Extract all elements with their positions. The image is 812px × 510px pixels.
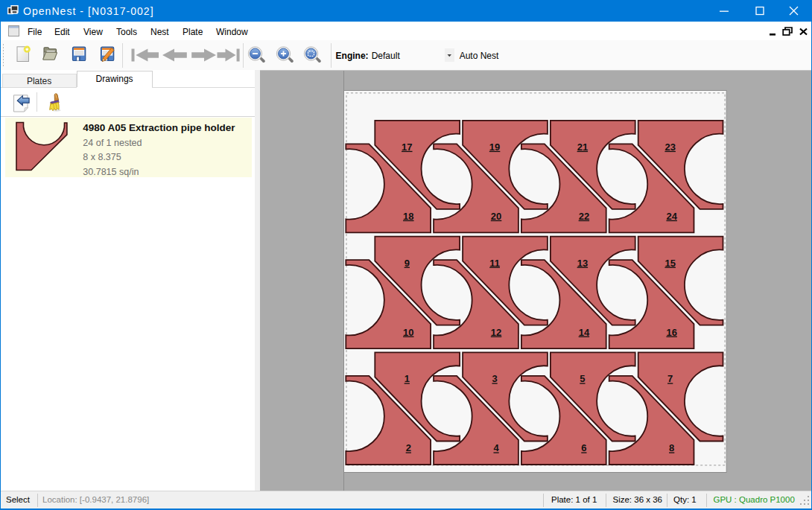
svg-text:7: 7 — [667, 373, 673, 384]
svg-text:3: 3 — [492, 373, 498, 384]
svg-text:11: 11 — [490, 257, 501, 268]
svg-text:15: 15 — [665, 257, 676, 268]
svg-text:24: 24 — [667, 210, 678, 221]
svg-text:6: 6 — [582, 442, 587, 453]
svg-text:23: 23 — [665, 141, 676, 152]
svg-text:1: 1 — [405, 373, 410, 384]
svg-text:17: 17 — [402, 141, 412, 152]
svg-text:13: 13 — [577, 257, 588, 268]
svg-text:19: 19 — [489, 141, 500, 152]
svg-text:2: 2 — [406, 442, 411, 453]
svg-text:21: 21 — [577, 141, 588, 152]
svg-text:5: 5 — [580, 373, 586, 384]
svg-text:10: 10 — [403, 326, 413, 337]
svg-text:18: 18 — [403, 210, 413, 221]
svg-text:9: 9 — [405, 257, 410, 268]
svg-text:20: 20 — [491, 210, 501, 221]
svg-text:4: 4 — [494, 442, 500, 453]
svg-text:8: 8 — [669, 442, 674, 453]
svg-text:12: 12 — [491, 326, 501, 337]
svg-text:14: 14 — [579, 326, 590, 337]
svg-text:16: 16 — [667, 326, 677, 337]
svg-text:22: 22 — [579, 210, 589, 221]
